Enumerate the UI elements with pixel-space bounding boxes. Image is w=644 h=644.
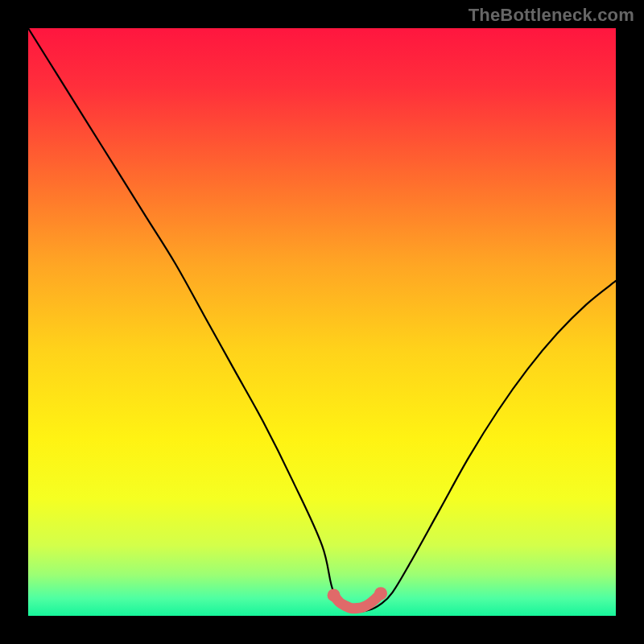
optimal-zone-end-left bbox=[328, 588, 341, 601]
watermark-text: TheBottleneck.com bbox=[469, 5, 634, 26]
gradient-background bbox=[28, 28, 616, 616]
chart-frame: TheBottleneck.com bbox=[0, 0, 644, 644]
optimal-zone-end-right bbox=[374, 587, 387, 600]
bottleneck-chart bbox=[28, 28, 616, 616]
plot-area bbox=[28, 28, 616, 616]
